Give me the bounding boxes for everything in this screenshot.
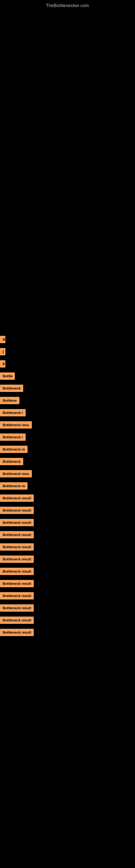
bottleneck-result-badge[interactable]: Bottle	[0, 372, 15, 380]
list-item: E	[0, 360, 135, 370]
list-item: Bottle	[0, 372, 135, 382]
list-item: Bottleneck result	[0, 629, 135, 638]
list-item: Bottleneck result	[0, 556, 135, 565]
bottleneck-result-badge[interactable]: Bottleneck result	[0, 543, 34, 551]
list-item: Bottleneck resu	[0, 421, 135, 431]
bottleneck-result-badge[interactable]: Bottleneck result	[0, 592, 34, 599]
bottleneck-result-badge[interactable]: Bottleneck re	[0, 446, 28, 453]
list-item: Bottleneck result	[0, 495, 135, 504]
bottleneck-result-badge[interactable]: Bottleneck result	[0, 629, 34, 636]
bottleneck-result-badge[interactable]: Bottleneck	[0, 384, 23, 392]
bottleneck-result-badge[interactable]: Bottleneck result	[0, 531, 34, 538]
list-item: Bottleneck result	[0, 604, 135, 614]
site-title: TheBottlenecker.com	[0, 0, 135, 10]
list-item: Bottleneck result	[0, 592, 135, 601]
bottleneck-result-badge[interactable]: Bottleneck result	[0, 519, 34, 526]
list-item: Bottleneck resu	[0, 470, 135, 479]
bottleneck-result-badge[interactable]: Bottleneck resu	[0, 470, 32, 477]
bottleneck-result-badge[interactable]: [	[0, 348, 5, 355]
bottleneck-result-badge[interactable]: Bottleneck	[0, 458, 23, 465]
list-item: Bottleneck re	[0, 482, 135, 492]
bottleneck-result-badge[interactable]: Bottleneck r	[0, 433, 26, 441]
items-container: B[EBottleBottleneckBottleneBottleneck rB…	[0, 10, 135, 641]
list-item: Bottleneck result	[0, 507, 135, 516]
bottleneck-result-badge[interactable]: Bottleneck result	[0, 556, 34, 563]
bottleneck-result-badge[interactable]: Bottleneck resu	[0, 421, 32, 429]
bottleneck-result-badge[interactable]: Bottleneck result	[0, 604, 34, 612]
bottleneck-result-badge[interactable]: Bottleneck r	[0, 409, 26, 416]
bottleneck-result-badge[interactable]: Bottleneck result	[0, 507, 34, 514]
list-item: Bottlene	[0, 397, 135, 406]
bottleneck-result-badge[interactable]: Bottlene	[0, 397, 19, 404]
list-item: Bottleneck result	[0, 617, 135, 626]
list-item: Bottleneck result	[0, 543, 135, 553]
bottleneck-result-badge[interactable]: E	[0, 360, 5, 368]
list-item: Bottleneck	[0, 384, 135, 394]
list-item: Bottleneck result	[0, 531, 135, 540]
list-item: Bottleneck result	[0, 519, 135, 528]
bottleneck-result-badge[interactable]: Bottleneck result	[0, 495, 34, 502]
list-item: Bottleneck r	[0, 409, 135, 418]
list-item: Bottleneck re	[0, 446, 135, 455]
bottleneck-result-badge[interactable]: Bottleneck result	[0, 617, 34, 624]
list-item: Bottleneck result	[0, 580, 135, 589]
bottleneck-result-badge[interactable]: B	[0, 336, 5, 343]
list-item: B	[0, 336, 135, 345]
bottleneck-result-badge[interactable]: Bottleneck result	[0, 568, 34, 575]
bottleneck-result-badge[interactable]: Bottleneck result	[0, 580, 34, 587]
list-item: Bottleneck result	[0, 568, 135, 577]
list-item: Bottleneck r	[0, 433, 135, 443]
bottleneck-result-badge[interactable]: Bottleneck re	[0, 482, 28, 490]
list-item: Bottleneck	[0, 458, 135, 467]
list-item: [	[0, 348, 135, 358]
